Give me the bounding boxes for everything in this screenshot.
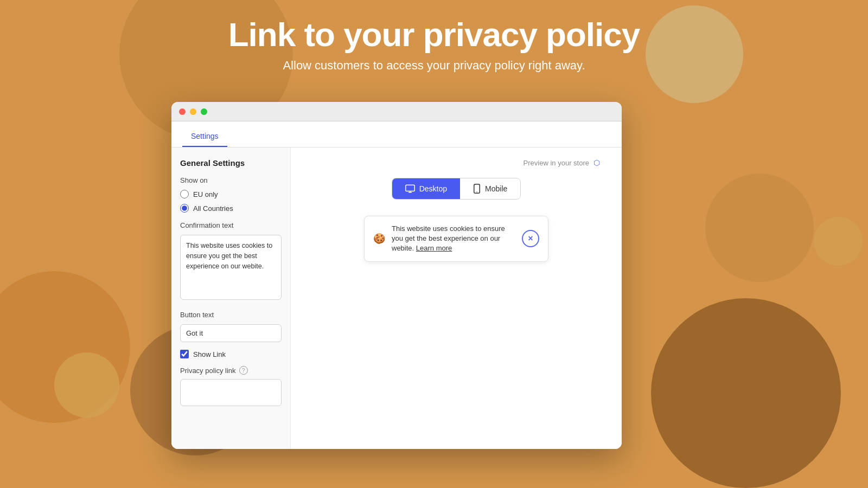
hero-title: Link to your privacy policy	[0, 16, 868, 53]
title-bar	[171, 102, 622, 121]
minimize-window-button[interactable]	[190, 108, 196, 115]
button-text-input[interactable]	[180, 324, 282, 342]
close-window-button[interactable]	[179, 108, 186, 115]
mobile-button-label: Mobile	[485, 184, 507, 193]
hero-section: Link to your privacy policy Allow custom…	[0, 0, 868, 73]
main-content: General Settings Show on EU only All Cou…	[171, 147, 622, 449]
all-countries-radio-input[interactable]	[180, 204, 189, 213]
maximize-window-button[interactable]	[201, 108, 207, 115]
preview-header: Preview in your store ⬡	[524, 158, 600, 167]
eu-only-radio-input[interactable]	[180, 190, 189, 198]
bg-circle	[651, 298, 841, 488]
cookie-close-button[interactable]: ×	[522, 230, 539, 247]
bg-circle	[814, 217, 863, 266]
button-text-section: Button text	[180, 311, 282, 342]
device-toggle: Desktop Mobile	[392, 178, 521, 200]
privacy-help-icon[interactable]: ?	[239, 366, 248, 375]
app-window: Settings General Settings Show on EU onl…	[171, 102, 622, 449]
svg-point-4	[476, 191, 477, 192]
privacy-label-row: Privacy policy link ?	[180, 366, 282, 375]
desktop-button[interactable]: Desktop	[392, 178, 460, 199]
cookie-icon: 🍪	[373, 233, 385, 245]
privacy-textarea[interactable]	[180, 379, 282, 406]
desktop-button-label: Desktop	[419, 184, 447, 193]
svg-rect-0	[405, 185, 414, 191]
bg-circle	[705, 174, 814, 282]
preview-area: Preview in your store ⬡ Desktop	[291, 147, 622, 449]
desktop-icon	[405, 184, 415, 193]
bg-circle	[646, 5, 743, 103]
show-link-label: Show Link	[193, 350, 226, 358]
show-link-checkbox-input[interactable]	[180, 350, 189, 358]
cookie-text: This website uses cookies to ensure you …	[392, 224, 515, 254]
show-on-label: Show on	[180, 176, 282, 184]
confirmation-section: Confirmation text This website uses cook…	[180, 221, 282, 302]
confirmation-label: Confirmation text	[180, 221, 282, 229]
button-text-label: Button text	[180, 311, 282, 319]
all-countries-radio[interactable]: All Countries	[180, 204, 282, 213]
privacy-policy-section: Privacy policy link ?	[180, 366, 282, 408]
eu-only-label: EU only	[193, 190, 218, 198]
mobile-icon	[473, 184, 481, 194]
tab-settings[interactable]: Settings	[182, 125, 227, 147]
settings-panel-title: General Settings	[180, 158, 282, 168]
settings-panel: General Settings Show on EU only All Cou…	[171, 147, 291, 449]
external-link-icon[interactable]: ⬡	[593, 158, 600, 167]
learn-more-link[interactable]: Learn more	[416, 244, 452, 252]
preview-label: Preview in your store	[524, 159, 589, 167]
bg-circle	[0, 271, 130, 423]
tabs-bar: Settings	[171, 121, 622, 147]
bg-circle	[54, 352, 119, 418]
privacy-policy-label: Privacy policy link	[180, 367, 236, 375]
hero-subtitle: Allow customers to access your privacy p…	[0, 59, 868, 73]
confirmation-textarea[interactable]: This website uses cookies to ensure you …	[180, 235, 282, 300]
mobile-button[interactable]: Mobile	[460, 178, 520, 199]
show-link-checkbox[interactable]: Show Link	[180, 350, 282, 358]
eu-only-radio[interactable]: EU only	[180, 190, 282, 198]
cookie-banner-preview: 🍪 This website uses cookies to ensure yo…	[364, 216, 548, 262]
all-countries-label: All Countries	[193, 204, 233, 213]
